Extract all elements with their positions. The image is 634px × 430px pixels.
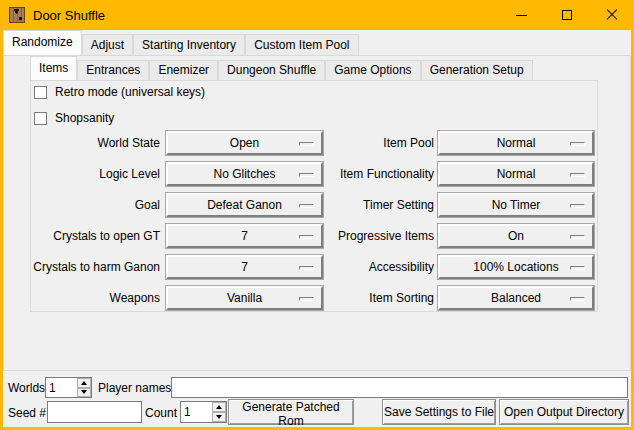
close-button[interactable] (589, 0, 634, 30)
titlebar: Door Shuffle (0, 0, 634, 30)
accessibility-dropdown[interactable]: 100% Locations (438, 255, 594, 279)
dropdown-indicator-icon (299, 297, 314, 301)
checkbox-box-icon[interactable] (34, 86, 47, 99)
tab-custom-item-pool[interactable]: Custom Item Pool (245, 34, 358, 55)
tab-adjust[interactable]: Adjust (82, 34, 133, 55)
tab-enemizer[interactable]: Enemizer (149, 60, 218, 80)
timer-setting-dropdown[interactable]: No Timer (438, 193, 594, 217)
worlds-label: Worlds (8, 378, 45, 398)
dropdown-indicator-icon (299, 173, 314, 177)
seed-input[interactable] (47, 401, 142, 423)
arrow-up-icon (81, 381, 87, 385)
item-functionality-dropdown[interactable]: Normal (438, 162, 594, 186)
maximize-button[interactable] (544, 0, 589, 30)
count-input[interactable] (181, 402, 212, 422)
generate-patched-rom-button[interactable]: Generate Patched Rom (228, 399, 354, 425)
item-functionality-label: Item Functionality (340, 162, 434, 186)
crystals-open-gt-label: Crystals to open GT (53, 224, 160, 248)
minimize-button[interactable] (499, 0, 544, 30)
dropdown-indicator-icon (299, 204, 314, 208)
player-names-label: Player names (98, 378, 171, 398)
count-spin-buttons (212, 402, 226, 422)
worlds-spin-buttons (77, 378, 91, 397)
tab-dungeon-shuffle[interactable]: Dungeon Shuffle (218, 60, 325, 80)
worlds-up-button[interactable] (77, 378, 91, 388)
dropdown-indicator-icon (570, 173, 585, 177)
dropdown-indicator-icon (570, 297, 585, 301)
shopsanity-checkbox[interactable]: Shopsanity (34, 110, 114, 126)
dropdown-indicator-icon (299, 266, 314, 270)
dropdown-indicator-icon (299, 142, 314, 146)
sub-tab-bar: Items Entrances Enemizer Dungeon Shuffle… (30, 57, 533, 80)
close-icon (606, 9, 618, 21)
main-tab-bar: Randomize Adjust Starting Inventory Cust… (3, 31, 359, 55)
weapons-label: Weapons (110, 286, 160, 310)
seed-label: Seed # (8, 403, 46, 423)
goal-label: Goal (135, 193, 160, 217)
dropdown-indicator-icon (570, 142, 585, 146)
caption-buttons (499, 0, 634, 30)
tab-starting-inventory[interactable]: Starting Inventory (133, 34, 245, 55)
arrow-down-icon (81, 390, 87, 394)
open-output-directory-button[interactable]: Open Output Directory (499, 399, 629, 425)
world-state-dropdown[interactable]: Open (166, 131, 323, 155)
count-spinbox[interactable] (180, 401, 227, 423)
shopsanity-label: Shopsanity (55, 111, 114, 125)
worlds-spinbox[interactable] (45, 377, 92, 398)
item-sorting-dropdown[interactable]: Balanced (438, 286, 594, 310)
dropdown-indicator-icon (570, 266, 585, 270)
item-pool-dropdown[interactable]: Normal (438, 131, 594, 155)
count-up-button[interactable] (212, 402, 226, 412)
retro-mode-checkbox[interactable]: Retro mode (universal keys) (34, 84, 205, 100)
tab-randomize[interactable]: Randomize (3, 30, 82, 55)
arrow-up-icon (216, 405, 222, 409)
window-title: Door Shuffle (33, 8, 105, 23)
dropdown-indicator-icon (570, 235, 585, 239)
item-pool-label: Item Pool (383, 131, 434, 155)
accessibility-label: Accessibility (369, 255, 434, 279)
tab-entrances[interactable]: Entrances (77, 60, 149, 80)
item-sorting-label: Item Sorting (369, 286, 434, 310)
count-label: Count (145, 403, 177, 423)
maximize-icon (562, 10, 572, 20)
goal-dropdown[interactable]: Defeat Ganon (166, 193, 323, 217)
door-icon (9, 7, 25, 23)
tab-generation-setup[interactable]: Generation Setup (421, 60, 533, 80)
dropdown-indicator-icon (299, 235, 314, 239)
checkbox-box-icon[interactable] (34, 112, 47, 125)
tab-items[interactable]: Items (30, 56, 77, 80)
tab-game-options[interactable]: Game Options (325, 60, 420, 80)
dropdown-indicator-icon (570, 204, 585, 208)
progressive-items-label: Progressive Items (338, 224, 434, 248)
crystals-harm-ganon-label: Crystals to harm Ganon (33, 255, 160, 279)
crystals-open-gt-dropdown[interactable]: 7 (166, 224, 323, 248)
timer-setting-label: Timer Setting (363, 193, 434, 217)
worlds-down-button[interactable] (77, 388, 91, 398)
player-names-input[interactable] (171, 377, 628, 398)
logic-level-dropdown[interactable]: No Glitches (166, 162, 323, 186)
crystals-harm-ganon-dropdown[interactable]: 7 (166, 255, 323, 279)
progressive-items-dropdown[interactable]: On (438, 224, 594, 248)
weapons-dropdown[interactable]: Vanilla (166, 286, 323, 310)
door-shuffle-window: Door Shuffle Randomize Adjust Starting I… (0, 0, 634, 430)
worlds-input[interactable] (46, 378, 77, 397)
count-down-button[interactable] (212, 412, 226, 422)
save-settings-button[interactable]: Save Settings to File (382, 399, 496, 425)
minimize-icon (516, 15, 527, 16)
retro-mode-label: Retro mode (universal keys) (55, 85, 205, 99)
arrow-down-icon (216, 415, 222, 419)
world-state-label: World State (98, 131, 160, 155)
logic-level-label: Logic Level (99, 162, 160, 186)
